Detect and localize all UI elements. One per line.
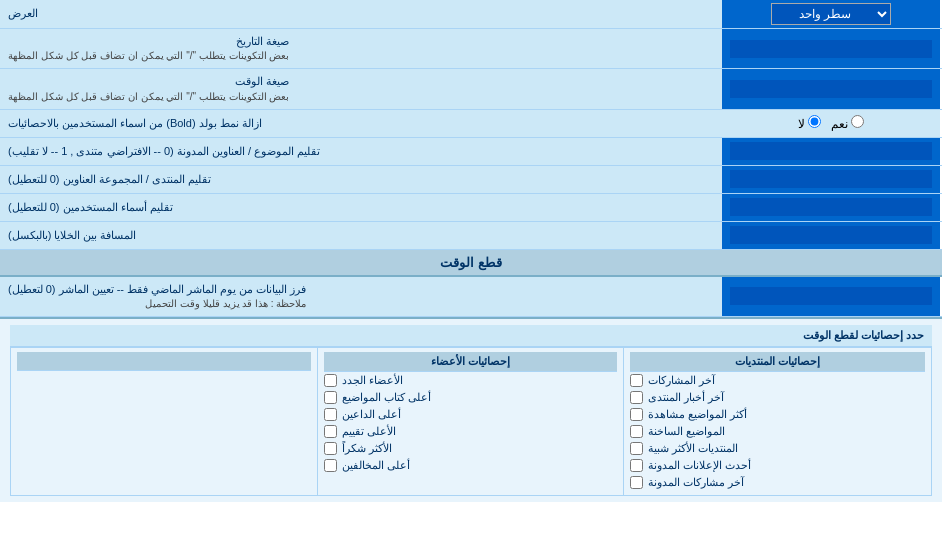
users-field[interactable]: 0	[730, 198, 932, 216]
spacing-label: المسافة بين الخلايا (بالبكسل)	[0, 222, 722, 249]
check-new-members[interactable]	[324, 374, 337, 387]
check-most-viewed[interactable]	[630, 408, 643, 421]
check-item: آخر أخبار المنتدى	[630, 389, 925, 406]
check-item: الأكثر شكراً	[324, 440, 618, 457]
date-format-field[interactable]: d-m	[730, 40, 932, 58]
bold-yes-radio[interactable]	[851, 115, 864, 128]
users-label: تقليم أسماء المستخدمين (0 للتعطيل)	[0, 194, 722, 221]
ardh-label: العرض	[0, 0, 722, 28]
check-item: أعلى المخالفين	[324, 457, 618, 474]
forum-input[interactable]: 33	[722, 166, 942, 193]
check-top-rated[interactable]	[324, 425, 337, 438]
check-top-referrers[interactable]	[324, 408, 337, 421]
forum-label: تقليم المنتدى / المجموعة العناوين (0 للت…	[0, 166, 722, 193]
check-top-posters[interactable]	[324, 391, 337, 404]
col-members: إحصائيات الأعضاء الأعضاء الجدد أعلى كتاب…	[318, 348, 625, 495]
row-time-format: H:i صيغة الوقت بعض التكوينات يتطلب "/" ا…	[0, 69, 942, 109]
ardh-input[interactable]: سطر واحد سطران	[722, 0, 942, 28]
check-item: أحدث الإعلانات المدونة	[630, 457, 925, 474]
date-format-label: صيغة التاريخ بعض التكوينات يتطلب "/" الت…	[0, 29, 722, 68]
checkboxes-container: حدد إحصائيات لقطع الوقت إحصائيات المنتدي…	[0, 317, 942, 502]
check-item: المنتديات الأكثر شبية	[630, 440, 925, 457]
check-item: أعلى الداعين	[324, 406, 618, 423]
bold-no-label: لا	[798, 115, 821, 131]
time-format-label: صيغة الوقت بعض التكوينات يتطلب "/" التي …	[0, 69, 722, 108]
realtime-section-header: قطع الوقت	[0, 250, 942, 277]
row-ardh: سطر واحد سطران العرض	[0, 0, 942, 29]
bold-no-radio[interactable]	[808, 115, 821, 128]
check-announcements[interactable]	[630, 459, 643, 472]
col-empty	[11, 348, 318, 495]
row-topics: 33 تقليم الموضوع / العناوين المدونة (0 -…	[0, 138, 942, 166]
checkboxes-header: حدد إحصائيات لقطع الوقت	[10, 325, 932, 347]
cutoff-input[interactable]: 0	[722, 277, 942, 316]
check-item: الأعضاء الجدد	[324, 372, 618, 389]
bold-label: ازالة نمط بولد (Bold) من اسماء المستخدمي…	[0, 110, 722, 137]
ardh-select[interactable]: سطر واحد سطران	[771, 3, 891, 25]
check-blog-posts[interactable]	[630, 476, 643, 489]
bold-yes-label: نعم	[831, 115, 864, 131]
col-forums: إحصائيات المنتديات آخر المشاركات آخر أخب…	[624, 348, 931, 495]
row-forum: 33 تقليم المنتدى / المجموعة العناوين (0 …	[0, 166, 942, 194]
cutoff-field[interactable]: 0	[730, 287, 932, 305]
check-most-thanked[interactable]	[324, 442, 337, 455]
col-empty-title	[17, 352, 311, 371]
row-bold: نعم لا ازالة نمط بولد (Bold) من اسماء ال…	[0, 110, 942, 138]
spacing-input[interactable]: 2	[722, 222, 942, 249]
check-item: آخر مشاركات المدونة	[630, 474, 925, 491]
topics-label: تقليم الموضوع / العناوين المدونة (0 -- ا…	[0, 138, 722, 165]
col-forums-title: إحصائيات المنتديات	[630, 352, 925, 372]
check-item: آخر المشاركات	[630, 372, 925, 389]
col-members-title: إحصائيات الأعضاء	[324, 352, 618, 372]
row-users: 0 تقليم أسماء المستخدمين (0 للتعطيل)	[0, 194, 942, 222]
check-item: المواضيع الساخنة	[630, 423, 925, 440]
spacing-field[interactable]: 2	[730, 226, 932, 244]
row-cutoff: 0 فرز البيانات من يوم الماشر الماضي فقط …	[0, 277, 942, 317]
check-item: أعلى كتاب المواضيع	[324, 389, 618, 406]
check-item: الأعلى تقييم	[324, 423, 618, 440]
time-format-input[interactable]: H:i	[722, 69, 942, 108]
topics-field[interactable]: 33	[730, 142, 932, 160]
check-hot-topics[interactable]	[630, 425, 643, 438]
bold-radio-group: نعم لا	[722, 110, 942, 137]
row-date-format: d-m صيغة التاريخ بعض التكوينات يتطلب "/"…	[0, 29, 942, 69]
check-last-posts[interactable]	[630, 374, 643, 387]
check-forum-news[interactable]	[630, 391, 643, 404]
time-format-field[interactable]: H:i	[730, 80, 932, 98]
check-popular-forums[interactable]	[630, 442, 643, 455]
forum-field[interactable]: 33	[730, 170, 932, 188]
date-format-input[interactable]: d-m	[722, 29, 942, 68]
users-input[interactable]: 0	[722, 194, 942, 221]
row-spacing: 2 المسافة بين الخلايا (بالبكسل)	[0, 222, 942, 250]
topics-input[interactable]: 33	[722, 138, 942, 165]
check-item: أكثر المواضيع مشاهدة	[630, 406, 925, 423]
check-top-violators[interactable]	[324, 459, 337, 472]
checkboxes-grid: إحصائيات المنتديات آخر المشاركات آخر أخب…	[10, 347, 932, 496]
cutoff-label: فرز البيانات من يوم الماشر الماضي فقط --…	[0, 277, 722, 316]
